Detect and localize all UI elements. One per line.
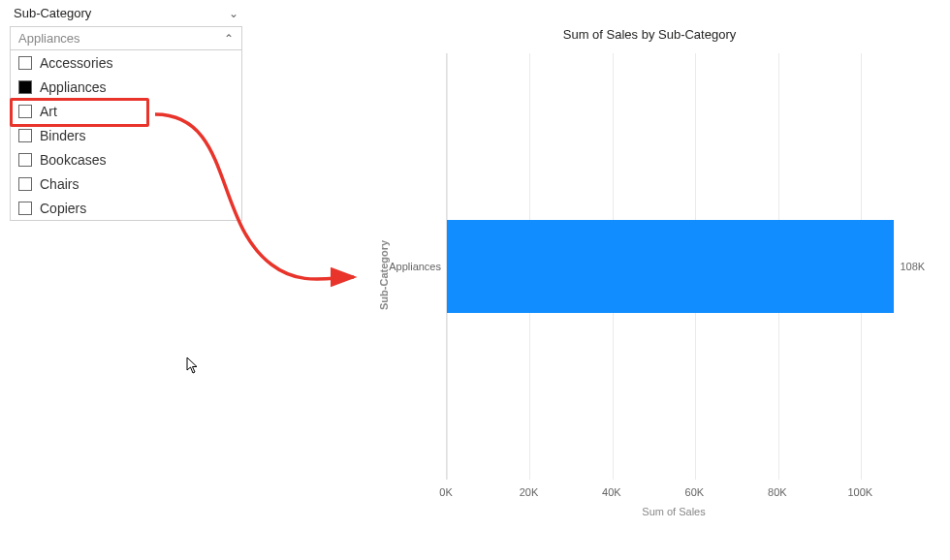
plot-area: 108KAppliances (446, 53, 902, 480)
x-axis-title: Sum of Sales (642, 506, 705, 517)
slicer-search-row[interactable]: Appliances ⌃ (10, 26, 242, 50)
x-tick-label: 100K (847, 486, 872, 498)
slicer-item[interactable]: Chairs (11, 171, 241, 196)
mouse-cursor-icon (186, 357, 202, 378)
x-tick-label: 40K (602, 486, 621, 498)
bar[interactable] (447, 220, 894, 313)
chevron-down-icon: ⌄ (229, 7, 238, 20)
slicer-item[interactable]: Appliances (11, 75, 241, 99)
x-tick-label: 80K (768, 486, 787, 498)
slicer-item-label: Binders (40, 128, 85, 143)
y-category-label: Appliances (389, 261, 441, 272)
slicer-item[interactable]: Accessories (11, 50, 241, 75)
slicer-option-list: AccessoriesAppliancesArtBindersBookcases… (10, 50, 242, 221)
checkbox-icon[interactable] (18, 202, 32, 215)
checkbox-icon[interactable] (18, 105, 32, 118)
slicer-header[interactable]: Sub-Category ⌄ (10, 4, 242, 26)
x-tick-label: 0K (439, 486, 452, 498)
chevron-up-icon: ⌃ (224, 32, 234, 46)
slicer-selected-text: Appliances (18, 31, 80, 46)
checkbox-icon[interactable] (18, 153, 32, 167)
slicer-item-label: Copiers (40, 201, 86, 216)
slicer-item[interactable]: Bookcases (11, 147, 241, 171)
x-tick-label: 20K (520, 486, 539, 498)
checkbox-icon[interactable] (18, 129, 32, 142)
slicer-item[interactable]: Copiers (11, 196, 241, 220)
slicer-item-label: Art (40, 104, 57, 119)
checkbox-icon[interactable] (18, 177, 32, 191)
checkbox-icon[interactable] (18, 56, 32, 70)
sales-bar-chart: Sum of Sales by Sub-Category Sub-Categor… (368, 0, 931, 543)
subcategory-slicer: Sub-Category ⌄ Appliances ⌃ AccessoriesA… (10, 4, 242, 221)
x-tick-label: 60K (685, 486, 705, 498)
checkbox-icon[interactable] (18, 80, 32, 94)
slicer-item-label: Appliances (40, 79, 107, 95)
slicer-item-label: Chairs (40, 176, 79, 192)
slicer-item-label: Accessories (40, 55, 112, 71)
x-axis: Sum of Sales 0K20K40K60K80K100K (446, 484, 902, 523)
slicer-item-label: Bookcases (40, 152, 106, 168)
slicer-item[interactable]: Art (11, 99, 241, 123)
slicer-item[interactable]: Binders (11, 123, 241, 147)
chart-title: Sum of Sales by Sub-Category (368, 27, 931, 42)
y-axis-title: Sub-Category (378, 240, 390, 310)
bar-value-label: 108K (900, 261, 925, 272)
slicer-title: Sub-Category (14, 6, 91, 20)
